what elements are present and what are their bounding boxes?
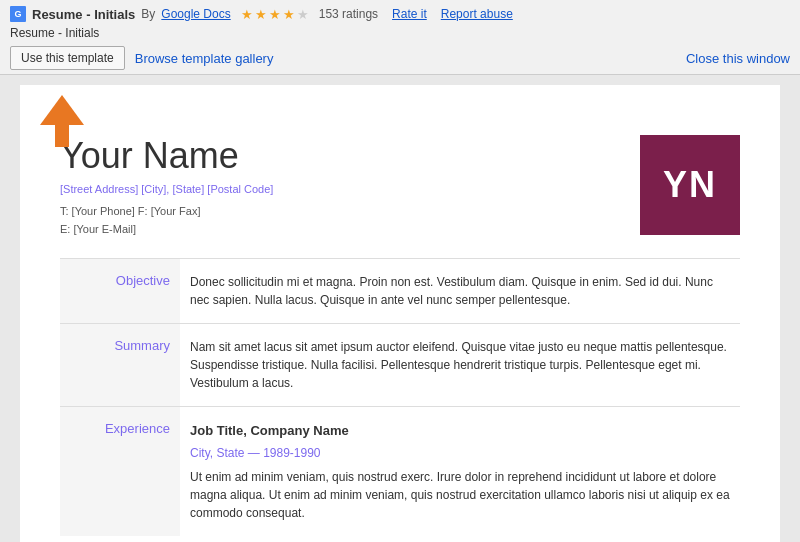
email-line: E: [Your E-Mail] [60,221,640,239]
objective-label: Objective [60,259,180,324]
job-title: Job Title, Company Name [190,421,730,441]
close-window-link[interactable]: Close this window [686,51,790,66]
star-4: ★ [283,7,295,22]
ratings-count: 153 ratings [319,7,378,21]
experience-label: Experience [60,407,180,536]
summary-content: Nam sit amet lacus sit amet ipsum auctor… [180,324,740,407]
action-row: Use this template Browse template galler… [10,46,790,70]
use-template-button[interactable]: Use this template [10,46,125,70]
table-row: Experience Job Title, Company Name City,… [60,407,740,536]
top-bar: G Resume - Initials By Google Docs ★ ★ ★… [0,0,800,75]
subtitle-text: Resume - Initials [10,26,99,40]
document-preview: Your Name [Street Address] [City], [Stat… [20,85,780,542]
document-title: Resume - Initials [32,7,135,22]
job-subtitle: City, State — 1989-1990 [190,444,730,462]
author-link[interactable]: Google Docs [161,7,230,21]
table-row: Summary Nam sit amet lacus sit amet ipsu… [60,324,740,407]
star-2: ★ [255,7,267,22]
arrow-up-icon [40,95,84,125]
experience-content: Job Title, Company Name City, State — 19… [180,407,740,536]
phone-fax-line: T: [Your Phone] F: [Your Fax] [60,203,640,221]
arrow-stem [55,125,69,147]
resume-sections-table: Objective Donec sollicitudin mi et magna… [60,258,740,536]
report-abuse-link[interactable]: Report abuse [441,7,513,21]
star-3: ★ [269,7,281,22]
table-row: Objective Donec sollicitudin mi et magna… [60,259,740,324]
contact-lines: T: [Your Phone] F: [Your Fax] E: [Your E… [60,203,640,238]
arrow-container [40,95,84,147]
summary-label: Summary [60,324,180,407]
by-label: By [141,7,155,21]
initials-box: YN [640,135,740,235]
title-row: G Resume - Initials By Google Docs ★ ★ ★… [10,6,790,22]
rate-link[interactable]: Rate it [392,7,427,21]
star-rating: ★ ★ ★ ★ ★ [241,7,309,22]
job-description: Ut enim ad minim veniam, quis nostrud ex… [190,468,730,522]
name-block: Your Name [Street Address] [City], [Stat… [60,135,640,238]
objective-content: Donec sollicitudin mi et magna. Proin no… [180,259,740,324]
google-docs-icon: G [10,6,26,22]
browse-template-gallery-link[interactable]: Browse template gallery [135,51,274,66]
star-5: ★ [297,7,309,22]
document-header: Your Name [Street Address] [City], [Stat… [60,135,740,238]
action-left: Use this template Browse template galler… [10,46,273,70]
your-name-heading: Your Name [60,135,640,177]
address-line: [Street Address] [City], [State] [Postal… [60,183,640,195]
star-1: ★ [241,7,253,22]
preview-container: Your Name [Street Address] [City], [Stat… [0,75,800,542]
subtitle-row: Resume - Initials [10,26,790,40]
